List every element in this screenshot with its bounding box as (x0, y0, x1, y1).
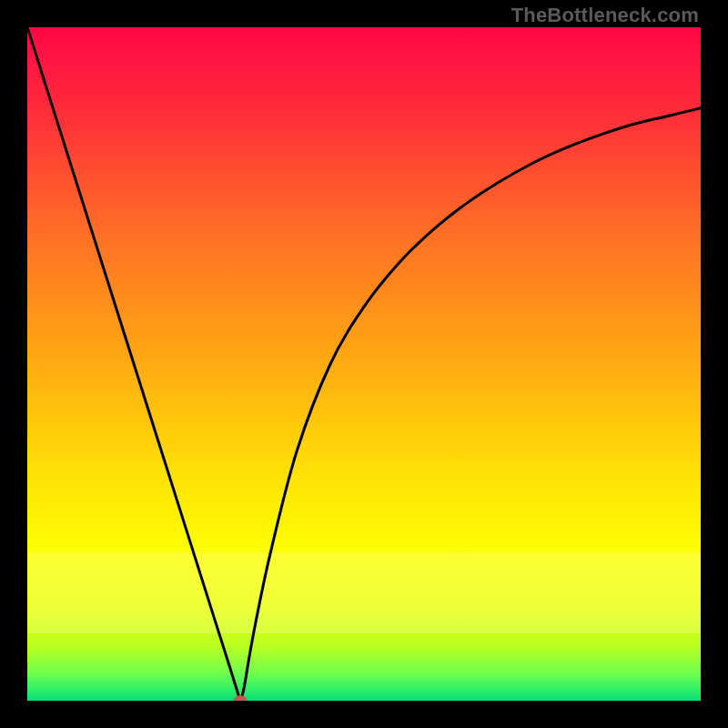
chart-frame: TheBottleneck.com (0, 0, 728, 728)
chart-svg (27, 27, 701, 701)
plot-area (27, 27, 701, 701)
watermark-text: TheBottleneck.com (511, 4, 699, 27)
pale-band (27, 552, 701, 633)
